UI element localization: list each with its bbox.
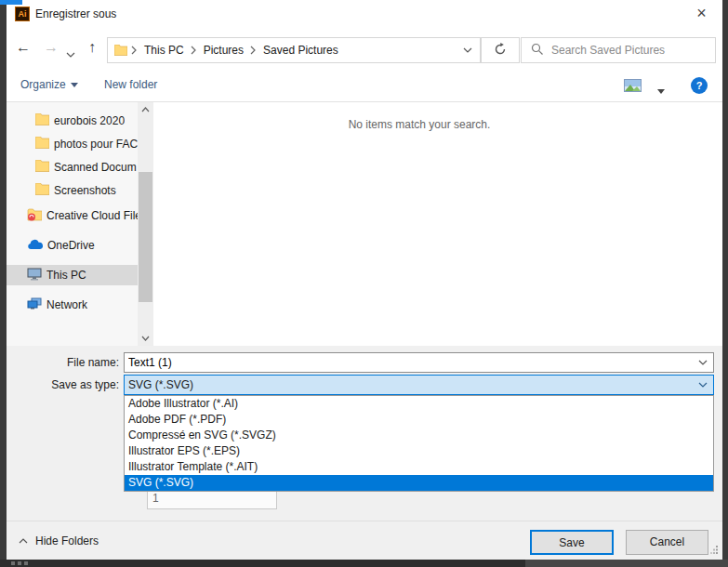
breadcrumb-item-saved-pictures[interactable]: Saved Pictures <box>260 44 341 57</box>
file-type-option-svg-selected[interactable]: SVG (*.SVG) <box>125 475 713 491</box>
chevron-up-icon <box>19 538 28 544</box>
network-icon <box>27 297 42 313</box>
new-folder-label: New folder <box>104 78 157 91</box>
window-title: Enregistrer sous <box>35 7 116 20</box>
save-button[interactable]: Save <box>530 530 614 555</box>
folder-icon <box>35 113 49 128</box>
sidebar-scrollbar[interactable] <box>138 102 153 346</box>
onedrive-cloud-icon <box>27 239 43 253</box>
scrollbar-thumb[interactable] <box>139 172 152 302</box>
file-name-label: File name: <box>7 356 119 369</box>
search-input[interactable] <box>551 44 700 57</box>
file-type-option-ait[interactable]: Illustrator Template (*.AIT) <box>125 459 713 475</box>
empty-results-message: No items match your search. <box>153 118 685 131</box>
artboard-range-field[interactable]: 1 <box>147 489 277 509</box>
folder-icon <box>35 160 49 175</box>
file-name-input[interactable] <box>125 356 698 369</box>
sidebar-item-label: Creative Cloud File <box>46 209 139 222</box>
hide-folders-button[interactable]: Hide Folders <box>19 534 99 547</box>
sidebar-item-label: Network <box>46 298 87 311</box>
chevron-down-icon[interactable] <box>698 360 708 366</box>
illustrator-app-icon: Ai <box>15 7 30 21</box>
navigation-bar: ← → ↑ This PC Pictures <box>7 28 722 69</box>
view-mode-dropdown-icon[interactable] <box>657 84 665 97</box>
breadcrumb-separator-icon <box>131 46 138 55</box>
folder-icon <box>35 137 49 152</box>
breadcrumb-dropdown-icon[interactable] <box>463 47 472 54</box>
app-background: Ai Enregistrer sous × ← → ↑ This PC <box>0 0 728 567</box>
search-box[interactable] <box>521 37 716 63</box>
file-type-dropdown: Adobe Illustrator (*.AI) Adobe PDF (*.PD… <box>124 395 714 492</box>
view-mode-icon[interactable] <box>624 79 642 95</box>
resize-grip[interactable] <box>709 544 719 557</box>
file-type-option-pdf[interactable]: Adobe PDF (*.PDF) <box>125 412 713 428</box>
creative-cloud-folder-icon <box>27 208 42 224</box>
sidebar-item-network[interactable]: Network <box>27 296 87 314</box>
sidebar-item-onedrive[interactable]: OneDrive <box>27 236 95 255</box>
scroll-up-icon[interactable] <box>141 107 150 112</box>
search-icon <box>531 43 544 59</box>
background-band <box>0 560 525 567</box>
file-list-area[interactable]: No items match your search. <box>153 102 722 346</box>
breadcrumb-item-pictures[interactable]: Pictures <box>201 44 246 57</box>
history-chevron-icon[interactable] <box>66 45 75 63</box>
breadcrumb-item-this-pc[interactable]: This PC <box>141 44 187 57</box>
sidebar-item-label: photos pour FAC <box>54 138 138 151</box>
close-icon[interactable]: × <box>681 0 722 28</box>
save-as-type-value: SVG (*.SVG) <box>125 378 698 391</box>
new-folder-button[interactable]: New folder <box>104 78 157 91</box>
file-type-option-svgz[interactable]: Compressé en SVG (*.SVGZ) <box>125 428 713 443</box>
sidebar-item-photos-pour-fac[interactable]: photos pour FAC <box>35 135 138 153</box>
sidebar-item-label: This PC <box>46 269 86 282</box>
sidebar-item-label: eurobois 2020 <box>54 114 125 127</box>
scroll-down-icon[interactable] <box>141 336 150 341</box>
sidebar-item-creative-cloud-files[interactable]: Creative Cloud File <box>27 206 139 225</box>
sidebar-item-label: Screenshots <box>54 184 116 197</box>
background-dot <box>24 561 28 565</box>
chevron-down-icon <box>71 83 78 87</box>
sidebar-item-label: Scanned Docum <box>54 161 137 174</box>
folder-icon <box>35 183 49 198</box>
sidebar-item-eurobois-2020[interactable]: eurobois 2020 <box>35 112 125 130</box>
dialog-body: eurobois 2020 photos pour FAC Scanned Do… <box>7 102 722 346</box>
save-as-type-label: Save as type: <box>7 378 119 391</box>
chevron-down-icon[interactable] <box>698 382 708 389</box>
dialog-footer: Hide Folders Save Cancel <box>7 521 722 560</box>
background-accent <box>0 0 22 5</box>
up-icon[interactable]: ↑ <box>88 38 96 57</box>
organize-label: Organize <box>20 78 66 91</box>
file-type-option-ai[interactable]: Adobe Illustrator (*.AI) <box>125 396 713 412</box>
sidebar-item-this-pc[interactable]: This PC <box>27 266 86 284</box>
refresh-icon <box>493 42 508 59</box>
organize-button[interactable]: Organize <box>20 78 78 91</box>
command-toolbar: Organize New folder ? <box>7 69 722 102</box>
cancel-button[interactable]: Cancel <box>626 530 708 555</box>
save-as-type-combo[interactable]: SVG (*.SVG) <box>124 375 714 395</box>
background-dot <box>11 561 15 565</box>
background-dot <box>18 561 21 565</box>
this-pc-monitor-icon <box>27 268 42 284</box>
refresh-button[interactable] <box>481 37 520 63</box>
sidebar-item-screenshots[interactable]: Screenshots <box>35 181 116 200</box>
title-bar: Ai Enregistrer sous × <box>7 0 722 28</box>
save-as-dialog: Ai Enregistrer sous × ← → ↑ This PC <box>7 0 722 560</box>
sidebar-item-label: OneDrive <box>47 239 95 252</box>
sidebar-item-scanned-documents[interactable]: Scanned Docum <box>35 158 137 177</box>
breadcrumb-separator-icon <box>250 46 257 55</box>
forward-icon[interactable]: → <box>44 38 59 57</box>
breadcrumb[interactable]: This PC Pictures Saved Pictures <box>107 37 481 63</box>
back-icon[interactable]: ← <box>16 38 31 57</box>
file-name-combo[interactable] <box>124 352 714 373</box>
help-button[interactable]: ? <box>691 77 708 94</box>
file-type-option-eps[interactable]: Illustrator EPS (*.EPS) <box>125 443 713 459</box>
fields-section: File name: Save as type: SVG (*.SVG) 1 A… <box>7 346 722 521</box>
breadcrumb-folder-icon <box>114 45 127 56</box>
navigation-pane: eurobois 2020 photos pour FAC Scanned Do… <box>7 102 153 346</box>
hide-folders-label: Hide Folders <box>35 534 99 547</box>
background-band <box>525 560 728 567</box>
breadcrumb-separator-icon <box>191 46 197 55</box>
